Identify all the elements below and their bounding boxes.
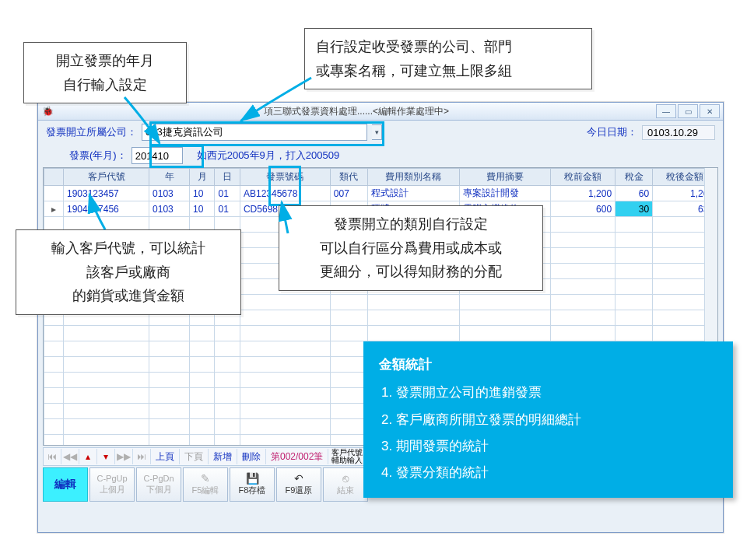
arrow-ym <box>0 0 747 560</box>
